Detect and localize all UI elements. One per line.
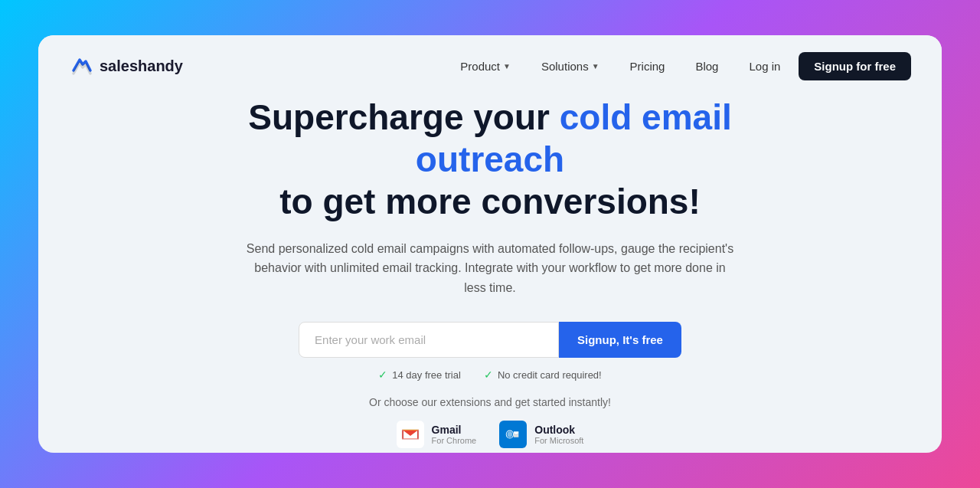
- solutions-chevron-icon: ▼: [592, 62, 599, 70]
- nav-product[interactable]: Product ▼: [448, 54, 523, 79]
- outlook-sub: For Microsoft: [534, 436, 583, 445]
- product-chevron-icon: ▼: [503, 62, 511, 70]
- logo-text: saleshandy: [100, 57, 183, 75]
- hero-section: Supercharge your cold email outreach to …: [38, 97, 942, 453]
- hero-title: Supercharge your cold email outreach to …: [184, 97, 796, 224]
- signup-free-button[interactable]: Signup, It's free: [559, 322, 681, 358]
- check-icon-trial: ✓: [378, 368, 387, 381]
- outlook-extension[interactable]: Outlook For Microsoft: [499, 421, 583, 448]
- nav-signup-button[interactable]: Signup for free: [799, 52, 911, 80]
- nav-login[interactable]: Log in: [737, 54, 792, 79]
- trial-badges: ✓ 14 day free trial ✓ No credit card req…: [378, 368, 601, 381]
- outlook-icon: [499, 421, 527, 448]
- navbar: saleshandy Product ▼ Solutions ▼ Pricing…: [38, 35, 942, 97]
- check-icon-card: ✓: [484, 368, 493, 381]
- hero-title-text1: Supercharge your: [248, 97, 559, 137]
- email-input[interactable]: [299, 322, 559, 358]
- no-card-label: No credit card required!: [498, 369, 602, 381]
- trial-label: 14 day free trial: [392, 369, 461, 381]
- hero-title-text2: to get more conversions!: [279, 182, 701, 221]
- svg-rect-4: [508, 432, 512, 437]
- logo-icon: [69, 54, 93, 78]
- extensions-text: Or choose our extensions and get started…: [369, 396, 611, 408]
- gmail-name: Gmail: [432, 424, 477, 436]
- gmail-info: Gmail For Chrome: [432, 424, 477, 445]
- gmail-extension[interactable]: Gmail For Chrome: [397, 421, 477, 448]
- nav-links: Product ▼ Solutions ▼ Pricing Blog Log i…: [448, 52, 911, 80]
- gmail-sub: For Chrome: [432, 436, 477, 445]
- outlook-name: Outlook: [534, 424, 583, 436]
- no-card-badge: ✓ No credit card required!: [484, 368, 602, 381]
- email-form: Signup, It's free: [299, 322, 681, 358]
- gmail-icon: [397, 421, 424, 448]
- outlook-info: Outlook For Microsoft: [534, 424, 583, 445]
- extensions-row: Gmail For Chrome Outlook: [397, 421, 584, 448]
- nav-pricing[interactable]: Pricing: [618, 54, 678, 79]
- nav-solutions[interactable]: Solutions ▼: [529, 54, 612, 79]
- nav-blog[interactable]: Blog: [683, 54, 730, 79]
- hero-subtitle: Send personalized cold email campaigns w…: [245, 239, 735, 298]
- trial-badge: ✓ 14 day free trial: [378, 368, 461, 381]
- logo[interactable]: saleshandy: [69, 54, 183, 78]
- main-card: saleshandy Product ▼ Solutions ▼ Pricing…: [38, 35, 942, 453]
